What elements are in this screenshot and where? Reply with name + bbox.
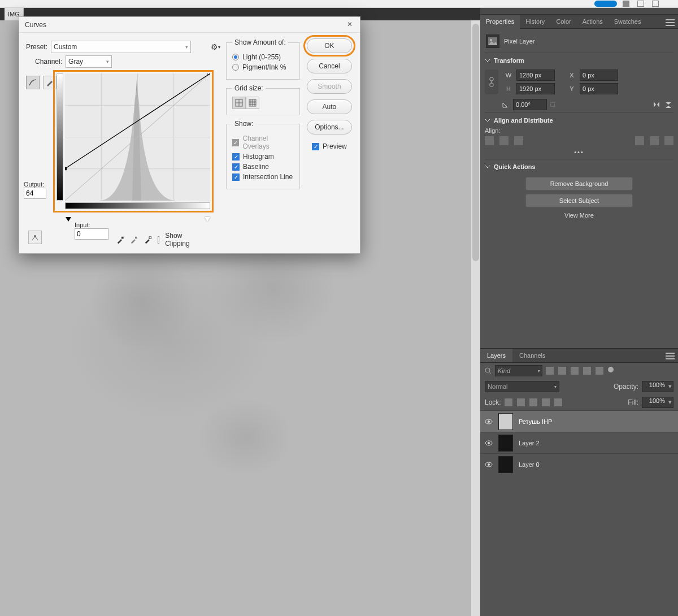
white-point-slider[interactable] <box>205 217 210 222</box>
tab-layers[interactable]: Layers <box>480 349 512 362</box>
layer-item[interactable]: Ретушь IHP <box>480 410 678 432</box>
view-more-link[interactable]: View More <box>485 211 673 220</box>
lock-pixels-icon[interactable] <box>517 398 525 406</box>
gray-eyedropper-icon[interactable] <box>130 236 138 244</box>
more-options-icon[interactable]: ••• <box>485 145 673 159</box>
y-field[interactable] <box>580 83 618 94</box>
layer-list: Ретушь IHP Layer 2 Layer 0 <box>480 410 678 475</box>
filter-pixel-icon[interactable] <box>546 367 554 375</box>
curve-tool-button[interactable] <box>26 76 40 89</box>
intersection-checkbox[interactable]: ✓ <box>232 173 240 181</box>
filter-smart-icon[interactable] <box>596 367 603 375</box>
chevron-down-icon <box>485 118 490 123</box>
chevron-down-icon <box>485 164 490 170</box>
quick-actions-header[interactable]: Quick Actions <box>485 159 673 173</box>
workspace-icon[interactable] <box>637 1 644 7</box>
layer-thumbnail[interactable] <box>498 456 513 473</box>
layers-panel-menu-icon[interactable] <box>666 353 675 359</box>
black-point-slider[interactable] <box>66 217 71 222</box>
tab-channels[interactable]: Channels <box>512 349 552 362</box>
input-label: Input: <box>75 222 108 228</box>
pigment-radio[interactable] <box>232 64 239 71</box>
width-field[interactable] <box>516 70 555 81</box>
align-left-icon[interactable] <box>485 136 494 145</box>
arrange-icon[interactable] <box>652 1 659 7</box>
svg-rect-9 <box>65 167 67 170</box>
lock-artboard-icon[interactable] <box>542 398 550 406</box>
tab-properties[interactable]: Properties <box>480 15 520 29</box>
grid-fine-button[interactable] <box>246 97 259 109</box>
filter-shape-icon[interactable] <box>583 367 591 375</box>
filter-adjust-icon[interactable] <box>558 367 566 375</box>
angle-dropdown-icon[interactable] <box>550 102 555 107</box>
input-field[interactable] <box>75 228 108 240</box>
flip-h-icon[interactable] <box>652 101 661 109</box>
baseline-checkbox[interactable]: ✓ <box>232 163 240 171</box>
layer-type-label: Pixel Layer <box>504 38 534 45</box>
layer-item[interactable]: Layer 0 <box>480 453 678 475</box>
opacity-field[interactable]: 100% <box>642 381 673 392</box>
channel-select[interactable]: Gray▾ <box>66 55 112 68</box>
align-header[interactable]: Align and Distribute <box>485 112 673 127</box>
flip-v-icon[interactable] <box>664 101 673 109</box>
visibility-icon[interactable] <box>485 439 493 447</box>
align-bottom-icon[interactable] <box>664 136 673 145</box>
tab-actions[interactable]: Actions <box>577 15 609 28</box>
align-right-icon[interactable] <box>514 136 523 145</box>
preset-select[interactable]: Custom▾ <box>51 41 191 53</box>
gear-icon[interactable]: ⚙▾ <box>210 42 220 52</box>
options-button[interactable]: Options... <box>307 120 352 135</box>
lock-transparency-icon[interactable] <box>505 398 512 406</box>
tab-color[interactable]: Color <box>550 15 576 28</box>
black-eyedropper-icon[interactable] <box>116 236 124 244</box>
layer-name[interactable]: Ретушь IHP <box>519 418 552 425</box>
layer-name[interactable]: Layer 0 <box>519 461 540 468</box>
layer-item[interactable]: Layer 2 <box>480 432 678 453</box>
topbar-share-button[interactable] <box>594 1 617 7</box>
transform-header[interactable]: Transform <box>485 53 673 67</box>
output-field[interactable] <box>24 188 46 199</box>
remove-background-button[interactable]: Remove Background <box>525 177 633 190</box>
link-wh-icon[interactable] <box>485 70 498 94</box>
fill-field[interactable]: 100% <box>642 397 673 408</box>
channel-overlays-checkbox: ✓ <box>232 139 239 146</box>
tab-history[interactable]: History <box>520 15 550 28</box>
search-icon[interactable] <box>485 367 492 374</box>
curves-graph[interactable] <box>53 70 214 212</box>
layer-name[interactable]: Layer 2 <box>519 440 540 446</box>
lock-position-icon[interactable] <box>529 398 537 406</box>
visibility-icon[interactable] <box>485 461 493 468</box>
select-subject-button[interactable]: Select Subject <box>525 194 633 207</box>
blend-mode-select[interactable]: Normal▾ <box>485 381 559 392</box>
auto-button[interactable]: Auto <box>307 99 352 114</box>
filter-toggle-icon[interactable] <box>608 367 614 372</box>
panel-collapse-strip[interactable] <box>480 8 678 15</box>
visibility-icon[interactable] <box>485 418 493 426</box>
panel-menu-icon[interactable] <box>666 19 675 26</box>
layer-thumbnail[interactable] <box>498 435 513 452</box>
preview-checkbox[interactable]: ✓ <box>312 143 319 150</box>
grid-coarse-button[interactable] <box>232 97 246 109</box>
tab-swatches[interactable]: Swatches <box>609 15 647 28</box>
ok-button[interactable]: OK <box>307 38 352 53</box>
close-icon[interactable]: ✕ <box>345 20 354 29</box>
histogram-checkbox[interactable]: ✓ <box>232 153 240 160</box>
align-top-icon[interactable] <box>635 136 644 145</box>
white-eyedropper-icon[interactable] <box>144 236 152 244</box>
cancel-button[interactable]: Cancel <box>307 59 352 73</box>
canvas-scrollbar[interactable] <box>471 20 480 616</box>
lock-all-icon[interactable] <box>554 398 562 406</box>
height-field[interactable] <box>516 83 555 94</box>
target-adjust-icon[interactable] <box>28 231 42 244</box>
filter-type-icon[interactable] <box>571 367 579 375</box>
align-hcenter-icon[interactable] <box>499 136 508 145</box>
kind-select[interactable]: Kind▾ <box>495 365 542 376</box>
x-field[interactable] <box>580 70 618 81</box>
angle-field[interactable] <box>513 99 547 110</box>
show-clipping-checkbox[interactable] <box>158 236 159 244</box>
layer-thumbnail[interactable] <box>498 413 513 430</box>
light-radio[interactable] <box>232 54 239 60</box>
search-icon[interactable] <box>623 1 629 7</box>
align-vcenter-icon[interactable] <box>650 136 659 145</box>
channel-label: Channel: <box>35 58 62 66</box>
